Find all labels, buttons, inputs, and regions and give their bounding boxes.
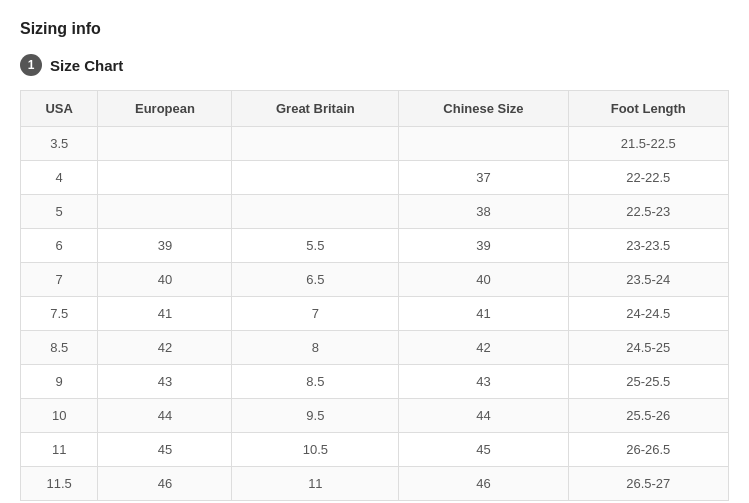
table-cell: 4 [21, 161, 98, 195]
table-column-header: Chinese Size [399, 91, 568, 127]
table-cell: 42 [399, 331, 568, 365]
table-row: 53822.5-23 [21, 195, 729, 229]
table-cell [98, 195, 232, 229]
table-cell: 39 [399, 229, 568, 263]
table-cell: 26.5-27 [568, 467, 728, 501]
table-cell: 7 [232, 297, 399, 331]
table-cell: 45 [98, 433, 232, 467]
table-cell: 45 [399, 433, 568, 467]
table-cell [232, 127, 399, 161]
table-cell: 42 [98, 331, 232, 365]
table-cell: 24.5-25 [568, 331, 728, 365]
page-title: Sizing info [20, 20, 729, 38]
table-cell: 8 [232, 331, 399, 365]
table-cell: 8.5 [21, 331, 98, 365]
table-column-header: USA [21, 91, 98, 127]
table-cell: 10.5 [232, 433, 399, 467]
table-row: 114510.54526-26.5 [21, 433, 729, 467]
table-cell: 11 [21, 433, 98, 467]
table-row: 11.546114626.5-27 [21, 467, 729, 501]
table-cell: 37 [399, 161, 568, 195]
table-cell: 43 [399, 365, 568, 399]
table-cell: 21.5-22.5 [568, 127, 728, 161]
table-cell: 46 [98, 467, 232, 501]
table-row: 7406.54023.5-24 [21, 263, 729, 297]
table-row: 3.521.5-22.5 [21, 127, 729, 161]
table-cell: 41 [98, 297, 232, 331]
table-cell: 3.5 [21, 127, 98, 161]
size-chart-table: USAEuropeanGreat BritainChinese SizeFoot… [20, 90, 729, 501]
table-cell: 44 [399, 399, 568, 433]
table-cell: 25-25.5 [568, 365, 728, 399]
table-row: 43722-22.5 [21, 161, 729, 195]
table-row: 10449.54425.5-26 [21, 399, 729, 433]
table-column-header: European [98, 91, 232, 127]
table-cell: 9 [21, 365, 98, 399]
table-cell: 38 [399, 195, 568, 229]
table-row: 7.54174124-24.5 [21, 297, 729, 331]
table-cell [399, 127, 568, 161]
table-cell: 24-24.5 [568, 297, 728, 331]
table-cell: 22.5-23 [568, 195, 728, 229]
table-cell: 6 [21, 229, 98, 263]
table-cell: 7 [21, 263, 98, 297]
table-body: 3.521.5-22.543722-22.553822.5-236395.539… [21, 127, 729, 501]
table-cell: 43 [98, 365, 232, 399]
table-cell: 44 [98, 399, 232, 433]
table-cell: 40 [399, 263, 568, 297]
table-cell [98, 127, 232, 161]
table-cell: 22-22.5 [568, 161, 728, 195]
table-cell: 5 [21, 195, 98, 229]
table-cell [232, 161, 399, 195]
table-column-header: Foot Length [568, 91, 728, 127]
table-column-header: Great Britain [232, 91, 399, 127]
section-header: 1 Size Chart [20, 54, 729, 76]
table-row: 6395.53923-23.5 [21, 229, 729, 263]
table-cell: 8.5 [232, 365, 399, 399]
table-cell: 26-26.5 [568, 433, 728, 467]
table-cell: 39 [98, 229, 232, 263]
table-cell: 11.5 [21, 467, 98, 501]
table-cell: 23-23.5 [568, 229, 728, 263]
section-title: Size Chart [50, 57, 123, 74]
table-cell: 40 [98, 263, 232, 297]
section-badge: 1 [20, 54, 42, 76]
table-row: 8.54284224.5-25 [21, 331, 729, 365]
table-cell: 46 [399, 467, 568, 501]
table-cell: 5.5 [232, 229, 399, 263]
table-cell: 10 [21, 399, 98, 433]
table-cell [232, 195, 399, 229]
table-cell: 25.5-26 [568, 399, 728, 433]
table-cell: 9.5 [232, 399, 399, 433]
table-cell [98, 161, 232, 195]
table-header-row: USAEuropeanGreat BritainChinese SizeFoot… [21, 91, 729, 127]
table-cell: 41 [399, 297, 568, 331]
table-cell: 11 [232, 467, 399, 501]
table-cell: 6.5 [232, 263, 399, 297]
table-cell: 7.5 [21, 297, 98, 331]
table-row: 9438.54325-25.5 [21, 365, 729, 399]
table-cell: 23.5-24 [568, 263, 728, 297]
